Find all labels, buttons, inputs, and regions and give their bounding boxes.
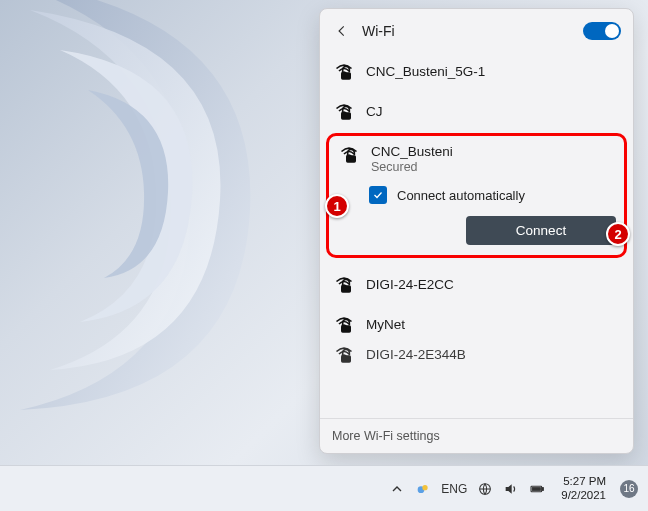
network-name: CJ (366, 104, 383, 119)
taskbar-clock[interactable]: 5:27 PM 9/2/2021 (561, 475, 606, 501)
network-name: DIGI-24-2E344B (366, 347, 466, 362)
wifi-secured-icon (334, 274, 354, 294)
network-name: DIGI-24-E2CC (366, 277, 454, 292)
selected-network-header[interactable]: CNC_Busteni Secured (335, 140, 618, 180)
annotation-callout-2: 2 (606, 222, 630, 246)
network-name: MyNet (366, 317, 405, 332)
svg-rect-7 (341, 285, 351, 293)
wifi-secured-icon (334, 101, 354, 121)
svg-rect-16 (542, 487, 543, 490)
panel-title: Wi-Fi (362, 23, 575, 39)
wifi-secured-icon (334, 61, 354, 81)
wifi-toggle[interactable] (583, 22, 621, 40)
auto-connect-checkbox[interactable] (369, 186, 387, 204)
svg-rect-9 (341, 325, 351, 333)
wifi-panel-header: Wi-Fi (320, 9, 633, 49)
network-item[interactable]: DIGI-24-2E344B (324, 344, 629, 364)
connect-button[interactable]: Connect (466, 216, 616, 245)
language-indicator[interactable]: ENG (441, 482, 467, 496)
svg-rect-17 (533, 487, 541, 490)
weather-icon[interactable] (415, 481, 431, 497)
selected-network-name: CNC_Busteni (371, 144, 453, 159)
more-wifi-settings[interactable]: More Wi-Fi settings (320, 418, 633, 453)
wifi-secured-icon (334, 344, 354, 364)
wifi-flyout-panel: Wi-Fi CNC_Busteni_5G-1 (319, 8, 634, 454)
network-tray-icon[interactable] (477, 481, 493, 497)
annotation-callout-1: 1 (325, 194, 349, 218)
network-item[interactable]: MyNet (324, 304, 629, 344)
notification-count-badge[interactable]: 16 (620, 480, 638, 498)
auto-connect-label: Connect automatically (397, 188, 525, 203)
clock-date: 9/2/2021 (561, 489, 606, 502)
network-item[interactable]: CNC_Busteni_5G-1 (324, 51, 629, 91)
desktop-screen: Wi-Fi CNC_Busteni_5G-1 (0, 0, 648, 511)
system-tray: ENG 5:27 PM 9/2/2021 16 (389, 475, 638, 501)
wifi-secured-icon (339, 144, 359, 164)
taskbar: ENG 5:27 PM 9/2/2021 16 (0, 465, 648, 511)
network-list: CNC_Busteni_5G-1 CJ (320, 49, 633, 418)
svg-rect-11 (341, 355, 351, 363)
svg-rect-1 (341, 72, 351, 80)
wifi-secured-icon (334, 314, 354, 334)
tray-overflow-icon[interactable] (389, 481, 405, 497)
network-item[interactable]: CJ (324, 91, 629, 131)
svg-rect-5 (346, 155, 356, 163)
svg-point-13 (423, 485, 428, 490)
selected-network-status: Secured (371, 160, 453, 174)
selected-network-block: CNC_Busteni Secured Connect automaticall… (326, 133, 627, 258)
clock-time: 5:27 PM (561, 475, 606, 488)
svg-rect-3 (341, 112, 351, 120)
back-button[interactable] (330, 19, 354, 43)
volume-tray-icon[interactable] (503, 481, 519, 497)
network-name: CNC_Busteni_5G-1 (366, 64, 485, 79)
network-item[interactable]: DIGI-24-E2CC (324, 264, 629, 304)
battery-tray-icon[interactable] (529, 481, 545, 497)
auto-connect-row[interactable]: Connect automatically (335, 180, 618, 206)
wallpaper-swirl (0, 0, 320, 430)
